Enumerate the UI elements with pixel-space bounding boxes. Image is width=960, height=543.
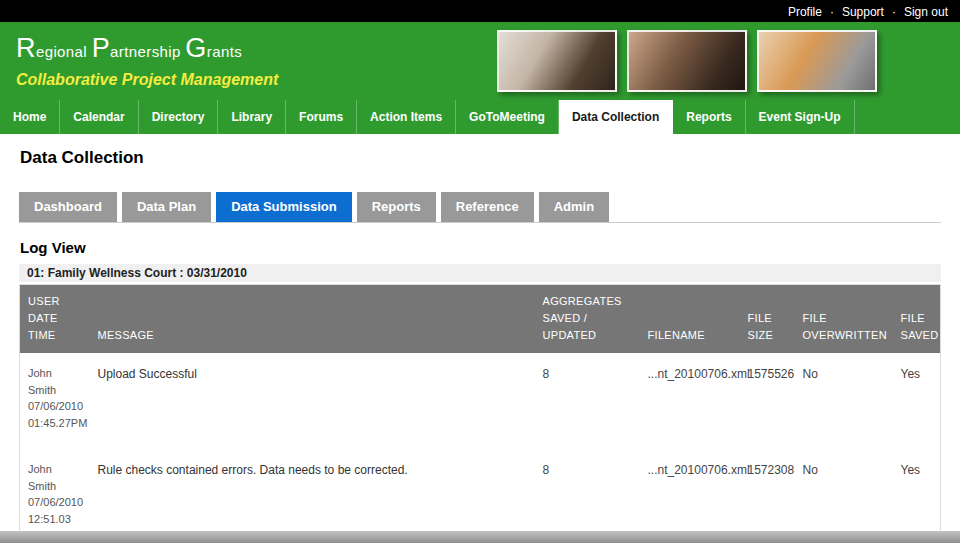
nav-tab-calendar[interactable]: Calendar	[60, 100, 138, 134]
profile-link[interactable]: Profile	[788, 5, 822, 19]
nav-tab-event-sign-up[interactable]: Event Sign-Up	[746, 100, 855, 134]
family-photo-2	[627, 30, 747, 92]
col-header-message: MESSAGE	[90, 285, 535, 354]
log-message-cell: Rule checks contained errors. Data needs…	[90, 449, 535, 543]
log-message-cell: Upload Successful	[90, 353, 535, 449]
topbar-separator: ·	[892, 5, 896, 19]
nav-tab-data-collection[interactable]: Data Collection	[559, 100, 673, 134]
subtab-admin[interactable]: Admin	[539, 192, 609, 222]
site-title-capital: R	[16, 33, 36, 63]
nav-tab-forums[interactable]: Forums	[286, 100, 357, 134]
col-header-file-saved: FILESAVED	[893, 285, 941, 354]
family-photo-1	[497, 30, 617, 92]
col-header-file-overwritten: FILEOVERWRITTEN	[795, 285, 893, 354]
nav-tab-directory[interactable]: Directory	[139, 100, 219, 134]
site-title-capital: P	[92, 33, 110, 63]
log-row: JohnSmith07/06/201001:45.27PMUpload Succ…	[20, 353, 941, 449]
log-user-cell: JohnSmith07/06/201001:45.27PM	[20, 353, 90, 449]
subtab-data-plan[interactable]: Data Plan	[122, 192, 211, 222]
log-aggregates-cell: 8	[535, 353, 640, 449]
page-footer	[0, 531, 960, 543]
subtab-reference[interactable]: Reference	[441, 192, 534, 222]
subtab-data-submission[interactable]: Data Submission	[216, 192, 351, 222]
log-file-overwritten-cell: No	[795, 449, 893, 543]
topbar-links: Profile·Support·Sign out	[788, 2, 948, 20]
subtab-reports[interactable]: Reports	[357, 192, 436, 222]
log-user-cell: JohnSmith07/06/201012:51.03 PM	[20, 449, 90, 543]
log-file-saved-cell: Yes	[893, 449, 941, 543]
log-filename-cell: ...nt_20100706.xml	[640, 449, 740, 543]
log-row: JohnSmith07/06/201012:51.03 PMRule check…	[20, 449, 941, 543]
log-file-overwritten-cell: No	[795, 353, 893, 449]
nav-tab-reports[interactable]: Reports	[673, 100, 745, 134]
top-utility-bar: Profile·Support·Sign out	[0, 0, 960, 22]
log-context-bar: 01: Family Wellness Court : 03/31/2010	[19, 264, 941, 282]
log-view-heading: Log View	[20, 239, 941, 256]
site-title-capital: G	[185, 33, 206, 63]
log-table: USERDATETIMEMESSAGEAGGREGATESSAVED /UPDA…	[19, 284, 941, 543]
nav-tab-library[interactable]: Library	[218, 100, 286, 134]
log-table-body: JohnSmith07/06/201001:45.27PMUpload Succ…	[20, 353, 941, 543]
support-link[interactable]: Support	[842, 5, 884, 19]
log-aggregates-cell: 8	[535, 449, 640, 543]
log-file-size-cell: 1572308	[740, 449, 795, 543]
nav-tab-home[interactable]: Home	[0, 100, 60, 134]
col-header-aggregates-saved-updated: AGGREGATESSAVED /UPDATED	[535, 285, 640, 354]
col-header-filename: FILENAME	[640, 285, 740, 354]
subtab-dashboard[interactable]: Dashboard	[19, 192, 117, 222]
col-header-user-date-time: USERDATETIME	[20, 285, 90, 354]
subtab-bar: DashboardData PlanData SubmissionReports…	[19, 192, 941, 223]
site-title: Regional Partnership Grants	[16, 33, 278, 67]
col-header-file-size: FILESIZE	[740, 285, 795, 354]
site-header: Regional Partnership Grants Collaborativ…	[0, 22, 960, 100]
nav-tab-action-items[interactable]: Action Items	[357, 100, 456, 134]
header-photo-strip	[497, 30, 877, 92]
log-filename-cell: ...nt_20100706.xml	[640, 353, 740, 449]
topbar-separator: ·	[830, 5, 834, 19]
log-file-saved-cell: Yes	[893, 353, 941, 449]
sign-out-link[interactable]: Sign out	[904, 5, 948, 19]
family-photo-3	[757, 30, 877, 92]
nav-tab-gotomeeting[interactable]: GoToMeeting	[456, 100, 559, 134]
log-table-header-row: USERDATETIMEMESSAGEAGGREGATESSAVED /UPDA…	[20, 285, 941, 354]
main-nav: HomeCalendarDirectoryLibraryForumsAction…	[0, 100, 960, 134]
site-subtitle: Collaborative Project Management	[16, 71, 278, 89]
log-file-size-cell: 1575526	[740, 353, 795, 449]
content-area: Data Collection DashboardData PlanData S…	[0, 148, 960, 543]
page-title: Data Collection	[20, 148, 941, 168]
branding: Regional Partnership Grants Collaborativ…	[16, 33, 278, 89]
